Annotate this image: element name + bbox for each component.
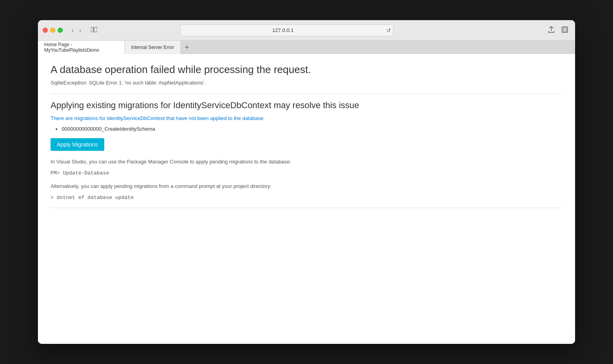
browser-actions	[546, 25, 570, 36]
error-exception: SqliteException: SQLite Error 1: 'no suc…	[51, 80, 562, 86]
page-content: A database operation failed while proces…	[38, 54, 575, 344]
section-title: Applying existing migrations for Identit…	[51, 100, 562, 111]
vs-info-text: In Visual Studio, you can use the Packag…	[51, 159, 562, 165]
back-button[interactable]: ‹	[69, 26, 76, 35]
svg-rect-3	[563, 28, 566, 31]
error-title: A database operation failed while proces…	[51, 64, 562, 76]
tab-error[interactable]: Internal Server Error	[125, 41, 181, 54]
tab-error-label: Internal Server Error	[131, 45, 174, 50]
share-button[interactable]	[546, 25, 557, 36]
forward-button[interactable]: ›	[77, 26, 83, 35]
alt-info-text: Alternatively, you can apply pending mig…	[51, 183, 562, 189]
tab-home-label: Home Page - MyYouTubePlaylistsDemo	[44, 42, 118, 53]
fullscreen-button[interactable]	[559, 25, 570, 36]
minimize-button[interactable]	[50, 28, 55, 33]
traffic-lights	[43, 28, 63, 33]
reload-button[interactable]: ↺	[386, 27, 391, 34]
title-bar: ‹ › ↺	[38, 20, 575, 41]
sidebar-toggle-button[interactable]	[88, 26, 100, 34]
close-button[interactable]	[43, 28, 48, 33]
divider-2	[51, 208, 562, 208]
new-tab-button[interactable]: +	[181, 41, 193, 54]
address-bar: ↺	[180, 24, 393, 36]
svg-rect-1	[94, 27, 97, 32]
maximize-button[interactable]	[58, 28, 63, 33]
cli-command: > dotnet ef database update	[51, 194, 562, 201]
svg-rect-2	[562, 27, 568, 32]
divider-1	[51, 94, 562, 94]
apply-migrations-button[interactable]: Apply Migrations	[51, 138, 104, 151]
migrations-list: 00000000000000_CreateIdentitySchema	[51, 126, 562, 132]
migrations-info: There are migrations for IdentityService…	[51, 115, 562, 121]
svg-rect-0	[91, 27, 93, 32]
nav-buttons: ‹ ›	[69, 26, 84, 35]
url-input[interactable]	[180, 24, 393, 36]
tab-bar: Home Page - MyYouTubePlaylistsDemo Inter…	[38, 41, 575, 54]
migration-item: 00000000000000_CreateIdentitySchema	[62, 126, 562, 132]
tab-home[interactable]: Home Page - MyYouTubePlaylistsDemo	[38, 41, 125, 54]
pm-command: PM> Update-Database	[51, 169, 562, 177]
browser-window: ‹ › ↺	[38, 20, 575, 344]
